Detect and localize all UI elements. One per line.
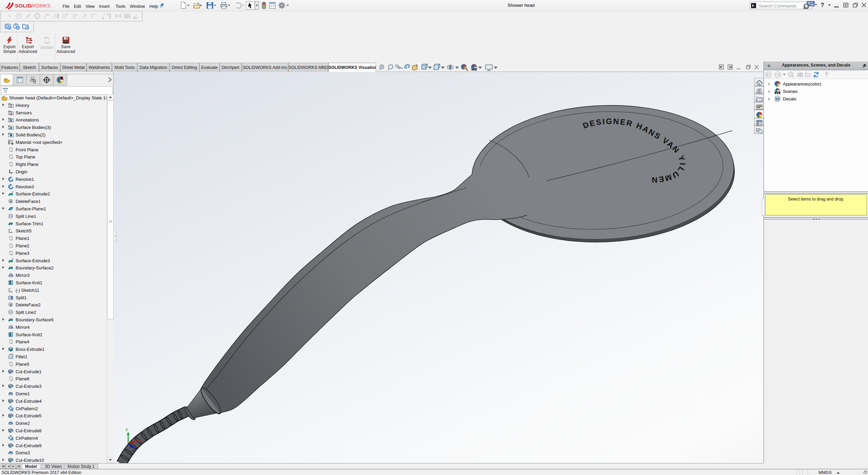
svg-text:SOLID: SOLID [15, 3, 32, 8]
svg-text:Z: Z [133, 448, 135, 452]
svg-text:WORKS: WORKS [30, 3, 51, 8]
svg-text:Y: Y [125, 428, 128, 432]
svg-text:X: X [139, 439, 141, 443]
svg-text:A: A [10, 119, 12, 122]
